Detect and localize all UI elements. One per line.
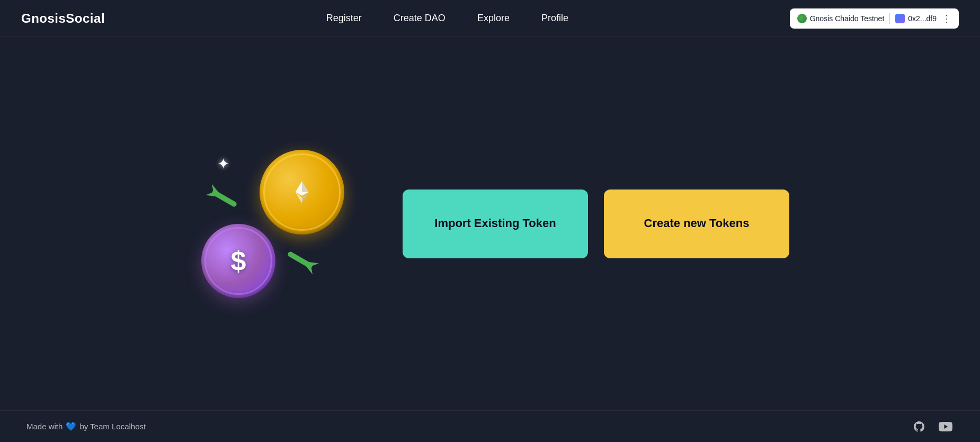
svg-marker-2 <box>296 181 309 196</box>
footer-made-with: Made with <box>26 422 63 431</box>
nav-register[interactable]: Register <box>326 13 362 24</box>
footer-by-team: by Team Localhost <box>79 422 146 431</box>
network-name: Gnosis Chaido Testnet <box>810 14 885 23</box>
import-token-button[interactable]: Import Existing Token <box>403 190 588 258</box>
nav-profile[interactable]: Profile <box>541 13 568 24</box>
main-nav: Register Create DAO Explore Profile <box>326 13 568 24</box>
svg-rect-1 <box>287 250 314 269</box>
dollar-sign: $ <box>231 245 246 277</box>
heart-icon: 💙 <box>66 421 76 431</box>
wallet-badge[interactable]: Gnosis Chaido Testnet 0x2...df9 ⋮ <box>790 8 959 29</box>
eth-icon <box>289 179 315 205</box>
wallet-network: Gnosis Chaido Testnet <box>797 14 885 23</box>
nav-create-dao[interactable]: Create DAO <box>394 13 446 24</box>
wallet-icon <box>895 14 905 23</box>
nav-explore[interactable]: Explore <box>477 13 510 24</box>
youtube-icon[interactable] <box>938 419 954 435</box>
purple-coin: $ <box>201 224 275 298</box>
svg-rect-0 <box>211 189 237 208</box>
wallet-more-button[interactable]: ⋮ <box>942 13 951 24</box>
footer: Made with 💙 by Team Localhost <box>0 410 980 442</box>
svg-marker-3 <box>296 192 309 203</box>
svg-marker-5 <box>302 192 309 203</box>
main-content: ✦ $ <box>0 37 980 410</box>
wallet-divider <box>889 13 890 24</box>
coin-illustration: ✦ $ <box>191 139 360 309</box>
create-tokens-button[interactable]: Create new Tokens <box>604 190 789 258</box>
wallet-address: 0x2...df9 <box>895 14 937 23</box>
action-buttons: Import Existing Token Create new Tokens <box>403 190 789 258</box>
wallet-address-text: 0x2...df9 <box>908 14 937 23</box>
footer-text: Made with 💙 by Team Localhost <box>26 421 146 431</box>
header: GnosisSocial Register Create DAO Explore… <box>0 0 980 37</box>
network-status-icon <box>797 14 807 23</box>
footer-social-icons <box>911 419 954 435</box>
gold-coin <box>260 150 344 234</box>
app-logo: GnosisSocial <box>21 11 105 26</box>
svg-marker-4 <box>302 181 309 192</box>
github-icon[interactable] <box>911 419 927 435</box>
